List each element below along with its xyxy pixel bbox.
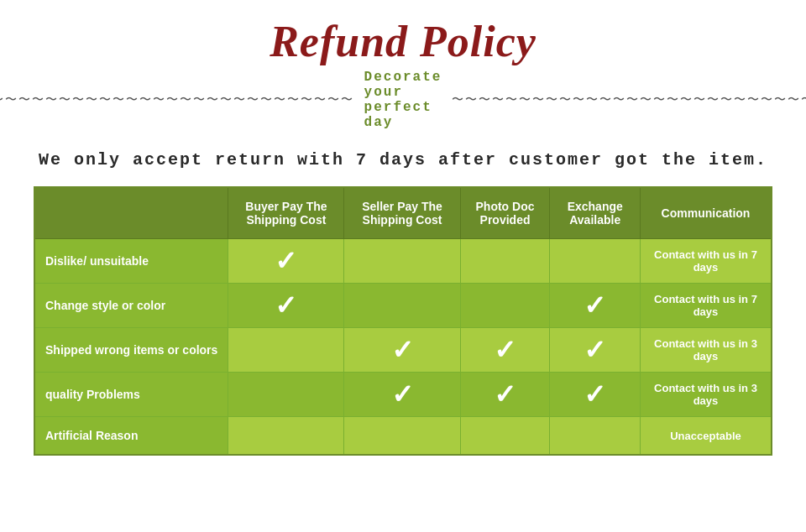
cell-buyer_pay [228,373,344,417]
row-label: quality Problems [34,373,228,417]
tagline: We only accept return with 7 days after … [39,150,767,170]
cell-communication: Unacceptable [640,417,772,456]
col-header-communication: Communication [640,187,772,239]
table-row: Shipped wrong items or colors✓✓✓Contact … [34,328,772,373]
cell-seller_pay [344,417,460,456]
checkmark-icon: ✓ [275,246,297,276]
row-label: Shipped wrong items or colors [34,328,228,373]
cell-photo_doc [460,417,550,456]
checkmark-icon: ✓ [494,335,516,365]
table-row: quality Problems✓✓✓Contact with us in 3 … [34,373,772,417]
ornament-right: 〜〜〜〜〜〜〜〜〜〜〜〜〜〜〜〜〜〜〜〜〜〜〜〜〜〜〜 [452,92,806,107]
cell-seller_pay [344,284,460,328]
checkmark-icon: ✓ [494,379,516,409]
col-header-seller-pay: Seller Pay The Shipping Cost [344,187,460,239]
subtitle: Decorate your perfect day [364,70,442,130]
table-row: Dislike/ unsuitable✓Contact with us in 7… [34,239,772,284]
refund-table-wrapper: Buyer Pay The Shipping Cost Seller Pay T… [34,186,772,456]
cell-photo_doc: ✓ [460,328,550,373]
cell-photo_doc [460,239,550,284]
cell-exchange: ✓ [550,284,641,328]
table-row: Artificial ReasonUnacceptable [34,417,772,456]
checkmark-icon: ✓ [391,379,414,409]
checkmark-icon: ✓ [584,290,606,321]
cell-exchange: ✓ [550,373,641,417]
cell-buyer_pay: ✓ [228,284,344,328]
cell-communication: Contact with us in 7 days [640,239,772,284]
cell-seller_pay [344,239,460,284]
cell-photo_doc: ✓ [460,373,550,417]
cell-exchange: ✓ [550,328,641,373]
table-row: Change style or color✓✓Contact with us i… [34,284,772,328]
col-header-exchange: Exchange Available [550,187,641,239]
cell-communication: Contact with us in 3 days [640,328,772,373]
cell-buyer_pay [228,328,344,373]
refund-table: Buyer Pay The Shipping Cost Seller Pay T… [34,186,772,456]
row-label: Artificial Reason [34,417,228,456]
cell-exchange [550,239,641,284]
checkmark-icon: ✓ [584,379,606,409]
cell-exchange [550,417,641,456]
col-header-buyer-pay: Buyer Pay The Shipping Cost [228,187,344,239]
cell-photo_doc [460,284,550,328]
row-label: Change style or color [34,284,228,328]
cell-buyer_pay [228,417,344,456]
page-title: Refund Policy [270,17,536,66]
checkmark-icon: ✓ [584,335,606,365]
ornament-left: 〜〜〜〜〜〜〜〜〜〜〜〜〜〜〜〜〜〜〜〜〜〜〜〜〜〜〜 [0,92,354,107]
divider-row: 〜〜〜〜〜〜〜〜〜〜〜〜〜〜〜〜〜〜〜〜〜〜〜〜〜〜〜 Decorate you… [34,70,772,130]
cell-seller_pay: ✓ [344,328,460,373]
cell-buyer_pay: ✓ [228,239,344,284]
cell-seller_pay: ✓ [344,373,460,417]
cell-communication: Contact with us in 7 days [640,284,772,328]
col-header-photo-doc: Photo Doc Provided [460,187,550,239]
col-header-empty [34,187,228,239]
checkmark-icon: ✓ [275,290,297,321]
table-header-row: Buyer Pay The Shipping Cost Seller Pay T… [34,187,772,239]
cell-communication: Contact with us in 3 days [640,373,772,417]
row-label: Dislike/ unsuitable [34,239,228,284]
checkmark-icon: ✓ [391,335,414,365]
